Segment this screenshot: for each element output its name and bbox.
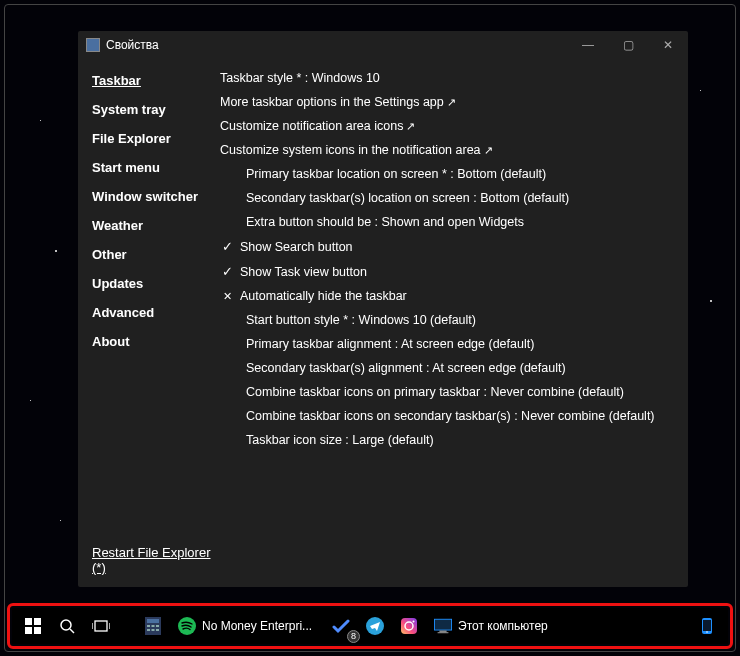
opt-customize-system-icons[interactable]: Customize system icons in the notificati…	[220, 143, 672, 157]
close-button[interactable]: ✕	[648, 31, 688, 59]
titlebar[interactable]: Свойства — ▢ ✕	[78, 31, 688, 59]
sidebar-item-windowswitcher[interactable]: Window switcher	[92, 189, 220, 204]
opt-autohide[interactable]: Automatically hide the taskbar	[220, 289, 672, 303]
svg-point-17	[178, 617, 196, 635]
instagram-icon	[400, 617, 418, 635]
svg-line-5	[70, 629, 74, 633]
instagram-app[interactable]	[394, 611, 424, 641]
sidebar-item-advanced[interactable]: Advanced	[92, 305, 220, 320]
svg-point-28	[706, 631, 708, 633]
opt-show-taskview[interactable]: Show Task view button	[220, 264, 672, 279]
sidebar: Taskbar System tray File Explorer Start …	[92, 69, 220, 575]
opt-combine-secondary[interactable]: Combine taskbar icons on secondary taskb…	[220, 409, 672, 423]
todo-app[interactable]: 8	[326, 611, 356, 641]
taskbar: No Money Enterpri... 8 Этот компьютер	[12, 608, 728, 644]
badge-count: 8	[347, 630, 360, 643]
check-icon	[220, 239, 234, 254]
calculator-icon	[144, 617, 162, 635]
cross-icon	[220, 289, 234, 303]
sidebar-item-updates[interactable]: Updates	[92, 276, 220, 291]
svg-point-4	[61, 620, 71, 630]
search-button[interactable]	[52, 611, 82, 641]
svg-rect-0	[25, 618, 32, 625]
opt-icon-size[interactable]: Taskbar icon size : Large (default)	[220, 433, 672, 447]
opt-show-search[interactable]: Show Search button	[220, 239, 672, 254]
opt-combine-primary[interactable]: Combine taskbar icons on primary taskbar…	[220, 385, 672, 399]
svg-rect-1	[34, 618, 41, 625]
svg-rect-3	[34, 627, 41, 634]
telegram-icon	[366, 617, 384, 635]
spotify-label: No Money Enterpri...	[202, 619, 312, 633]
opt-primary-location[interactable]: Primary taskbar location on screen * : B…	[220, 167, 672, 181]
sidebar-item-taskbar[interactable]: Taskbar	[92, 73, 220, 88]
minimize-button[interactable]: —	[568, 31, 608, 59]
sidebar-item-other[interactable]: Other	[92, 247, 220, 262]
properties-window: Свойства — ▢ ✕ Taskbar System tray File …	[78, 31, 688, 587]
svg-rect-14	[147, 629, 150, 631]
monitor-icon	[434, 617, 452, 635]
spotify-icon	[178, 617, 196, 635]
sidebar-item-fileexplorer[interactable]: File Explorer	[92, 131, 220, 146]
svg-rect-27	[703, 620, 711, 631]
opt-extra-button[interactable]: Extra button should be : Shown and open …	[220, 215, 672, 229]
opt-primary-alignment[interactable]: Primary taskbar alignment : At screen ed…	[220, 337, 672, 351]
explorer-app[interactable]: Этот компьютер	[428, 611, 558, 641]
svg-rect-25	[438, 632, 449, 633]
opt-customize-notification-icons[interactable]: Customize notification area icons	[220, 119, 672, 133]
opt-secondary-location[interactable]: Secondary taskbar(s) location on screen …	[220, 191, 672, 205]
content-panel: Taskbar style * : Windows 10 More taskba…	[220, 69, 672, 575]
telegram-app[interactable]	[360, 611, 390, 641]
svg-rect-13	[156, 625, 159, 627]
sidebar-item-weather[interactable]: Weather	[92, 218, 220, 233]
spotify-app[interactable]: No Money Enterpri...	[172, 611, 322, 641]
svg-rect-2	[25, 627, 32, 634]
svg-rect-11	[147, 625, 150, 627]
opt-secondary-alignment[interactable]: Secondary taskbar(s) alignment : At scre…	[220, 361, 672, 375]
calculator-app[interactable]	[138, 611, 168, 641]
opt-start-button-style[interactable]: Start button style * : Windows 10 (defau…	[220, 313, 672, 327]
restart-explorer-link[interactable]: Restart File Explorer (*)	[92, 545, 220, 575]
svg-rect-19	[401, 618, 417, 634]
sidebar-item-about[interactable]: About	[92, 334, 220, 349]
taskview-button[interactable]	[86, 611, 116, 641]
svg-rect-24	[439, 631, 446, 633]
app-icon	[86, 38, 100, 52]
svg-rect-15	[152, 629, 155, 631]
taskview-icon	[92, 617, 110, 635]
sidebar-item-systemtray[interactable]: System tray	[92, 102, 220, 117]
tray-phone[interactable]	[692, 611, 722, 641]
svg-point-21	[413, 621, 415, 623]
sidebar-item-startmenu[interactable]: Start menu	[92, 160, 220, 175]
start-button[interactable]	[18, 611, 48, 641]
window-title: Свойства	[106, 38, 568, 52]
maximize-button[interactable]: ▢	[608, 31, 648, 59]
svg-rect-12	[152, 625, 155, 627]
check-icon	[220, 264, 234, 279]
phone-icon	[698, 617, 716, 635]
svg-rect-6	[95, 621, 107, 631]
opt-more-options-link[interactable]: More taskbar options in the Settings app	[220, 95, 672, 109]
svg-rect-16	[156, 629, 159, 631]
windows-icon	[24, 617, 42, 635]
svg-rect-10	[147, 619, 159, 623]
explorer-label: Этот компьютер	[458, 619, 548, 633]
svg-rect-23	[435, 620, 451, 630]
search-icon	[58, 617, 76, 635]
opt-taskbar-style[interactable]: Taskbar style * : Windows 10	[220, 71, 672, 85]
